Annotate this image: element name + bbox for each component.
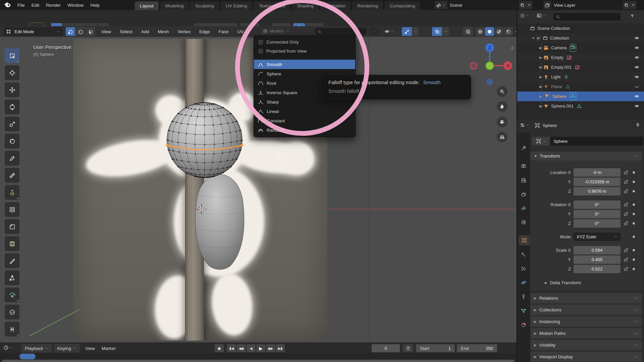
menu-select[interactable]: Select [119,29,133,34]
object-name-input[interactable]: Sphere [550,137,643,145]
scale-tool[interactable] [5,117,19,131]
menu-vertex[interactable]: Vertex [177,29,191,34]
tab-rendering[interactable]: Rendering [352,1,383,10]
outliner-filter-button[interactable] [630,14,635,18]
data-tab[interactable] [517,306,530,316]
scene-name-field[interactable]: Scene [447,1,519,9]
lock-open-icon[interactable] [624,179,629,184]
modifiers-tab[interactable] [517,250,530,260]
annotate-tool[interactable] [5,151,19,166]
eye-open-icon[interactable] [634,65,639,70]
outliner-row-collection[interactable]: ▼Collection [517,33,644,43]
object-tab[interactable] [519,235,530,245]
visibility-dropdown[interactable] [384,27,394,36]
checkbox-unchecked[interactable] [258,49,263,54]
keyframe-dot[interactable] [633,268,635,270]
menu-marker[interactable]: Marker [98,344,119,353]
face-select-button[interactable] [86,27,95,36]
scene-unlink-button[interactable] [526,1,533,9]
view-layer-tab[interactable] [517,189,530,199]
next-keyframe-button[interactable]: ◆▶ [266,344,275,352]
menu-edit[interactable]: Edit [28,0,43,10]
tab-animation[interactable]: Animation [320,1,351,10]
edit-mesh-sphere[interactable] [164,101,245,180]
panel-drag-handle[interactable] [634,332,639,335]
outliner-search-input[interactable] [553,13,621,20]
outliner-row-sphere[interactable]: ▶Sphere [517,92,644,101]
value-field[interactable]: 0.455 [574,255,621,264]
body-mesh-object[interactable] [188,172,252,274]
eye-closed-icon[interactable] [634,84,639,89]
edge-select-button[interactable] [76,27,85,36]
falloff-item-linear[interactable]: Linear [254,107,355,116]
pin-id-button[interactable] [635,123,640,129]
knife-tool[interactable] [5,253,19,268]
edge-slide-tool[interactable] [5,322,19,337]
menu-edge[interactable]: Edge [199,29,211,34]
overlays-toggle[interactable] [432,27,442,36]
menu-face[interactable]: Face [218,29,229,34]
world-tab[interactable] [517,217,530,227]
panel-drag-handle[interactable] [634,155,639,158]
lock-open-icon[interactable] [624,221,629,226]
scene-tab[interactable] [517,203,530,213]
falloff-item-smooth[interactable]: Smooth [254,60,355,69]
menu-view[interactable]: View [101,29,112,34]
prev-frame-button[interactable]: ◀ [247,344,256,352]
outliner-editor-type-button[interactable] [520,13,529,18]
frame-start-field[interactable]: Start 1 [416,344,455,352]
playhead[interactable] [19,354,36,359]
menu-keying[interactable]: Keying [54,344,80,353]
timeline-editor-type-button[interactable] [3,345,13,350]
tab-uv-editing[interactable]: UV Editing [221,1,252,10]
spin-tool[interactable] [5,288,19,302]
keyframe-dot[interactable] [633,249,635,251]
loop-cut-tool[interactable] [5,236,19,251]
gizmo-dropdown[interactable] [412,27,419,36]
ortho-toggle-button[interactable] [497,132,507,142]
tweak-select-tool[interactable] [5,48,19,63]
xray-toggle[interactable] [463,27,473,36]
poly-build-tool[interactable] [5,270,19,285]
lock-open-icon[interactable] [624,202,629,207]
menu-add[interactable]: Add [141,29,150,34]
falloff-item-random[interactable]: Random [254,125,355,135]
object-id-type-button[interactable] [532,137,550,145]
timeline-strip[interactable] [0,353,517,362]
keyframe-dot[interactable] [633,258,635,261]
view-layer-remove-button[interactable] [630,1,637,9]
section-motion-paths[interactable]: ▶Motion Paths [531,328,642,339]
panel-drag-handle[interactable] [634,309,639,311]
section-viewport-display[interactable]: ▶Viewport Display [531,352,642,362]
menu-render[interactable]: Render [43,0,64,10]
outliner-row-light[interactable]: ▶Light [517,72,644,82]
vertex-select-button[interactable] [66,27,75,36]
menu-file[interactable]: File [14,0,28,10]
tab-compositing[interactable]: Compositing [385,1,420,10]
option-connected-only[interactable]: Connected Only [254,38,355,47]
bevel-tool[interactable] [5,219,19,234]
menu-playback[interactable]: Playback [21,344,52,353]
camera-view-button[interactable] [497,117,507,127]
value-field[interactable]: 0° [574,200,621,209]
rotate-tool[interactable] [5,100,19,114]
disclosure-open-icon[interactable]: ▼ [531,36,536,40]
menu-window[interactable]: Window [64,0,87,10]
outliner-row-scene-collection[interactable]: Scene Collection [517,23,644,33]
option-projected-from-view[interactable]: Projected from View [254,47,355,56]
outliner-row-sphere-001[interactable]: ▶Sphere.001 [517,101,644,111]
gizmo-toggle[interactable] [402,27,412,36]
blender-logo-icon[interactable] [4,1,11,9]
lock-open-icon[interactable] [624,212,629,217]
value-field[interactable]: 0.522 [574,265,621,273]
outliner-row-empty-001[interactable]: ▶Empty.001 [517,62,644,72]
rotation-mode-dropdown[interactable]: XYZ Euler [574,233,621,241]
lock-open-icon[interactable] [624,248,629,253]
menu-mesh[interactable]: Mesh [157,29,170,34]
models-asset-button[interactable]: Models [263,28,289,34]
view-layer-duplicate-button[interactable] [623,1,630,9]
delta-transform-subpanel[interactable]: ▶ Delta Transform [545,280,581,285]
eye-open-icon[interactable] [634,104,639,109]
menu-view[interactable]: View [82,344,98,353]
keyframe-dot[interactable] [633,203,635,206]
